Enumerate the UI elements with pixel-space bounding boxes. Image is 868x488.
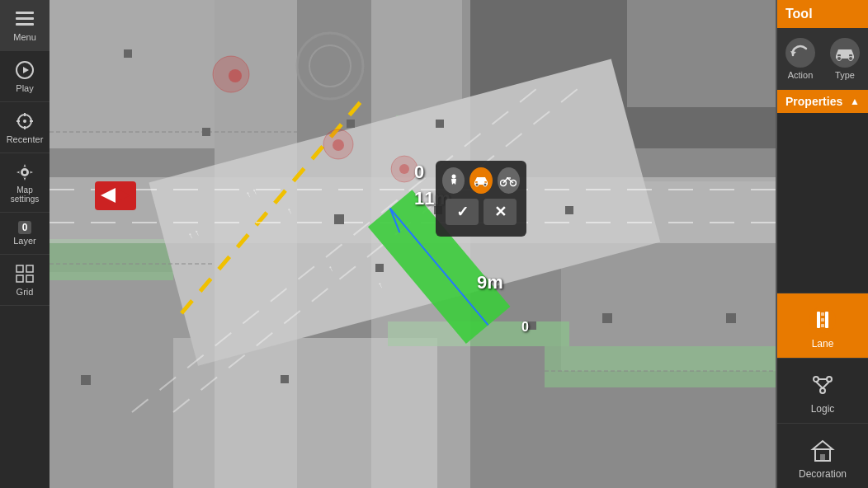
svg-rect-14 [26,265,33,272]
play-icon [14,59,35,81]
type-tool-item[interactable]: Type [825,35,865,83]
svg-rect-51 [81,375,91,385]
svg-rect-87 [825,312,828,328]
svg-rect-0 [16,12,34,14]
svg-point-58 [333,139,344,151]
recenter-button[interactable]: Recenter [0,102,50,153]
svg-rect-43 [202,128,210,136]
layer-label: Layer [13,236,36,246]
svg-point-6 [23,120,26,123]
svg-point-56 [229,69,242,82]
svg-point-76 [484,183,487,186]
svg-point-12 [22,170,27,175]
type-label: Type [835,70,855,80]
svg-marker-80 [790,51,796,55]
svg-point-75 [475,183,479,186]
map-settings-button[interactable]: Mapsettings [0,153,50,213]
recenter-icon [14,110,35,132]
properties-label: Properties [785,95,842,108]
svg-rect-49 [281,375,289,383]
svg-rect-47 [602,313,612,323]
svg-rect-23 [627,0,776,107]
tool-actions: Action Type [777,28,868,90]
check-icon: ✓ [456,203,469,221]
layer-button[interactable]: 0 Layer [0,213,50,255]
svg-rect-90 [821,324,824,327]
svg-rect-22 [50,0,215,148]
menu-button[interactable]: Menu [0,0,50,51]
type-icon [830,38,860,68]
popup-confirm-button[interactable]: ✓ [446,199,479,225]
svg-rect-16 [26,275,33,282]
svg-point-92 [827,377,832,382]
grid-label: Grid [17,287,34,297]
menu-icon [14,8,35,30]
left-sidebar: Menu Play Recenter [0,0,50,488]
properties-arrow-icon[interactable]: ▲ [850,96,860,107]
decoration-icon [808,435,837,465]
play-label: Play [16,83,33,93]
grid-button[interactable]: Grid [0,255,50,306]
svg-point-91 [814,377,818,382]
map-settings-label: Mapsettings [11,185,39,204]
svg-point-84 [849,57,853,61]
svg-marker-98 [813,441,833,449]
svg-rect-86 [817,312,820,328]
svg-line-95 [816,382,823,388]
svg-rect-99 [820,454,825,461]
tool-header: Tool [777,0,868,28]
svg-rect-52 [334,214,344,224]
logic-icon [808,370,837,400]
svg-point-83 [837,57,842,61]
svg-rect-15 [17,275,23,282]
map-area[interactable]: ↑ ↑ ↑ ↑ ↑ ↑ ↑ 0 11m 9m 0 [50,0,776,488]
popup-icon-row [442,167,520,194]
svg-rect-46 [565,206,573,214]
decoration-label: Decoration [799,468,847,480]
properties-header: Properties ▲ [777,90,868,113]
layer-value: 0 [18,221,32,234]
svg-rect-89 [821,318,824,321]
lane-icon [808,305,837,335]
svg-point-93 [820,388,825,393]
grid-icon [14,263,35,284]
svg-rect-26 [50,239,173,280]
play-button[interactable]: Play [0,51,50,102]
svg-rect-42 [124,49,132,58]
logic-label: Logic [811,403,835,415]
lane-button[interactable]: Lane [777,293,868,358]
svg-rect-45 [436,120,444,128]
action-icon [785,38,815,68]
svg-marker-4 [23,67,29,73]
popup-bike-button[interactable] [498,167,520,194]
svg-rect-88 [821,312,824,316]
svg-rect-2 [16,23,34,26]
recenter-label: Recenter [7,134,44,144]
svg-rect-1 [16,17,34,20]
svg-point-79 [507,177,508,179]
action-label: Action [788,70,814,80]
svg-rect-53 [375,264,384,272]
popup-car-button[interactable] [469,167,492,194]
action-tool-item[interactable]: Action [781,35,820,83]
right-sidebar: Tool Action [777,0,868,488]
action-popup: ✓ ✕ [436,161,526,237]
gear-icon [14,162,35,183]
svg-rect-48 [528,321,536,330]
popup-cancel-button[interactable]: ✕ [484,199,517,225]
svg-rect-44 [347,120,355,128]
tool-label: Tool [785,7,813,21]
svg-rect-50 [726,313,736,323]
svg-rect-13 [17,265,23,272]
menu-label: Menu [13,32,36,42]
decoration-button[interactable]: Decoration [777,423,868,488]
popup-action-row: ✓ ✕ [442,199,520,225]
cross-icon: ✕ [494,203,507,221]
popup-walk-button[interactable] [442,167,465,194]
svg-point-60 [399,164,409,174]
svg-line-96 [823,382,829,388]
svg-rect-27 [545,346,776,387]
logic-button[interactable]: Logic [777,358,868,423]
lane-label: Lane [812,338,834,350]
svg-point-72 [451,175,455,179]
